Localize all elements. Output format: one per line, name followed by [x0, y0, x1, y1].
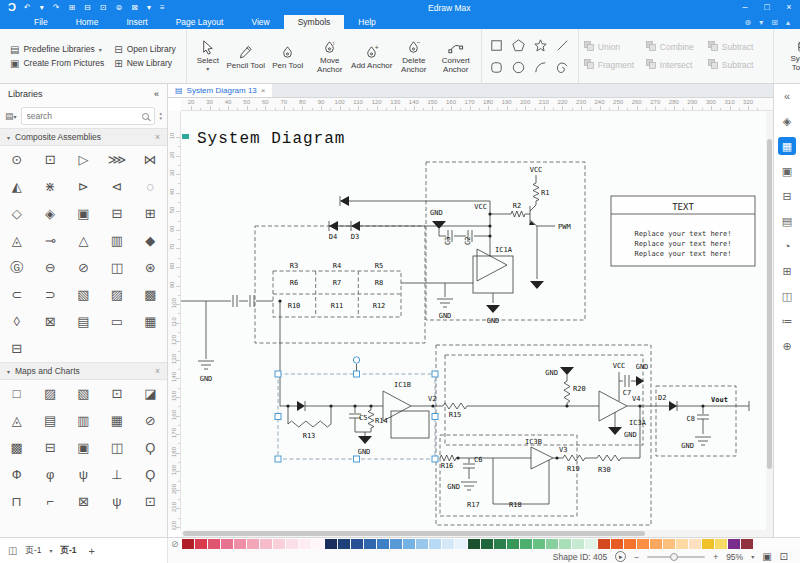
color-swatch[interactable] [598, 539, 610, 549]
color-swatch[interactable] [286, 539, 298, 549]
edraw-logo-icon[interactable]: Ɔ [0, 0, 24, 15]
settings-icon[interactable]: ⊛ [745, 18, 752, 27]
close-section-icon[interactable]: × [155, 366, 160, 376]
color-swatch[interactable] [676, 539, 688, 549]
menu-tab-file[interactable]: File [20, 15, 62, 29]
library-symbol-tube-a[interactable]: ⊖ [33, 254, 66, 281]
library-symbol-socket-left[interactable]: ⊂ [0, 281, 33, 308]
color-swatch[interactable] [507, 539, 519, 549]
format-paint-icon[interactable]: ◈ [778, 112, 796, 130]
library-symbol-region-hatch[interactable]: ▨ [33, 380, 66, 407]
library-symbol-converter-c[interactable]: ▩ [134, 281, 167, 308]
export-caret-icon[interactable]: ▾ [147, 0, 151, 15]
library-symbol-tree-round[interactable]: Ϙ [134, 434, 167, 461]
layers-icon[interactable]: ⊟ [778, 187, 796, 205]
color-swatch[interactable] [572, 539, 584, 549]
library-symbol-generator[interactable]: Ⓖ [0, 254, 33, 281]
search-input[interactable] [27, 111, 139, 121]
open-file-icon[interactable]: ⊟ [84, 0, 91, 15]
library-symbol-contact-box[interactable]: ▥ [100, 227, 133, 254]
add-page-button[interactable]: + [89, 545, 95, 557]
color-swatch[interactable] [325, 539, 337, 549]
library-symbol-bridge[interactable]: ⊓ [0, 488, 33, 515]
spiral-shape-button[interactable] [552, 56, 574, 78]
maximize-button[interactable]: □ [756, 0, 778, 15]
color-swatch[interactable] [546, 539, 558, 549]
color-swatch[interactable] [481, 539, 493, 549]
library-symbol-culvert[interactable]: ⊡ [134, 488, 167, 515]
color-swatch[interactable] [442, 539, 454, 549]
zoom-in-button[interactable]: + [713, 552, 718, 562]
library-symbol-marker[interactable]: ▣ [67, 434, 100, 461]
zoom-caret-icon[interactable]: ▾ [751, 553, 754, 560]
color-swatch[interactable] [208, 539, 220, 549]
library-symbol-socket-right[interactable]: ⊃ [33, 281, 66, 308]
symbol-tools-button[interactable]: Symbol Tools ▾ [778, 40, 800, 73]
pencil-tool-button[interactable]: Pencil Tool [225, 43, 267, 70]
library-symbol-converter-b[interactable]: ▨ [100, 281, 133, 308]
menu-tab-symbols[interactable]: Symbols [284, 15, 345, 29]
arc-shape-button[interactable] [530, 56, 552, 78]
library-symbol-dashed-node[interactable]: ◌ [134, 173, 167, 200]
library-spinner[interactable]: ▴▾ [159, 111, 162, 121]
export-icon[interactable]: ⊠ [131, 0, 138, 15]
library-symbol-survey-point[interactable]: Ϙ [134, 461, 167, 488]
color-swatch[interactable] [221, 539, 233, 549]
library-symbol-stack-register[interactable]: ⊟ [0, 335, 33, 362]
apps-grid-icon[interactable]: ⊞ [771, 18, 778, 27]
library-symbol-mountain-zone[interactable]: ◬ [0, 407, 33, 434]
insert-picture-icon[interactable]: ▣ [778, 162, 796, 180]
library-symbol-spark-gap[interactable]: ⋇ [33, 173, 66, 200]
tables-icon[interactable]: ⊞ [778, 262, 796, 280]
color-swatch[interactable] [234, 539, 246, 549]
notes-icon[interactable]: ▤ [778, 212, 796, 230]
fullscreen-icon[interactable]: ▣ [762, 551, 771, 562]
menu-tab-insert[interactable]: Insert [112, 15, 161, 29]
vertical-scrollbar[interactable] [766, 111, 773, 530]
library-symbol-crossing[interactable]: ⊠ [67, 488, 100, 515]
library-symbol-restricted[interactable]: ⊘ [134, 407, 167, 434]
fit-page-icon[interactable]: ⊡ [780, 551, 788, 562]
library-symbol-landmark[interactable]: ⊡ [100, 380, 133, 407]
rounded-rectangle-shape-button[interactable] [486, 56, 508, 78]
page-menu-caret-icon[interactable]: ▾ [50, 547, 53, 554]
color-swatch[interactable] [273, 539, 285, 549]
library-symbol-region-plain[interactable]: □ [0, 380, 33, 407]
color-swatch[interactable] [312, 539, 324, 549]
library-symbol-tree-pine[interactable]: ψ [67, 461, 100, 488]
color-swatch[interactable] [559, 539, 571, 549]
color-swatch[interactable] [403, 539, 415, 549]
menu-tab-view[interactable]: View [237, 15, 283, 29]
library-symbol-terminal[interactable]: ▭ [100, 308, 133, 335]
color-swatch[interactable] [741, 539, 753, 549]
library-symbol-tree-round-2[interactable]: Ф [0, 461, 33, 488]
move-anchor-button[interactable]: ↕Move Anchor [309, 38, 351, 74]
minimize-button[interactable]: – [734, 0, 756, 15]
color-swatch[interactable] [715, 539, 727, 549]
text-block[interactable]: TEXT Replace your text here! Replace you… [611, 196, 755, 266]
library-menu-icon[interactable]: ▤▾ [5, 111, 17, 121]
new-library-button[interactable]: ⊞New Library [114, 58, 176, 69]
horizontal-scrollbar[interactable] [181, 530, 773, 537]
color-swatch[interactable] [689, 539, 701, 549]
library-symbol-probe[interactable]: ⊸ [33, 227, 66, 254]
settings-caret-icon[interactable]: ▾ [759, 18, 763, 27]
fit-window-icon[interactable]: ⊕ [778, 337, 796, 355]
library-symbol-filter-box[interactable]: ▦ [134, 308, 167, 335]
library-symbol-crystal[interactable]: ◈ [33, 200, 66, 227]
star-shape-button[interactable] [530, 34, 552, 56]
library-symbol-column-zone[interactable]: ◫ [100, 434, 133, 461]
close-button[interactable]: × [778, 0, 800, 15]
color-swatch[interactable] [520, 539, 532, 549]
new-file-icon[interactable]: ⊞ [68, 0, 75, 15]
section-header-composite-assemblies[interactable]: ▾ Composite Assemblies × [0, 128, 167, 146]
collapse-panel-icon[interactable]: « [154, 89, 159, 99]
zoom-slider-knob[interactable] [670, 553, 678, 561]
color-swatch[interactable] [260, 539, 272, 549]
library-symbol-triangle-device[interactable]: ◬ [0, 227, 33, 254]
color-swatch[interactable] [247, 539, 259, 549]
library-symbol-split-zone[interactable]: ⊟ [33, 434, 66, 461]
clipart-icon[interactable]: ◫ [778, 287, 796, 305]
library-symbol-driver-box[interactable]: ▣ [67, 200, 100, 227]
color-swatch[interactable] [390, 539, 402, 549]
